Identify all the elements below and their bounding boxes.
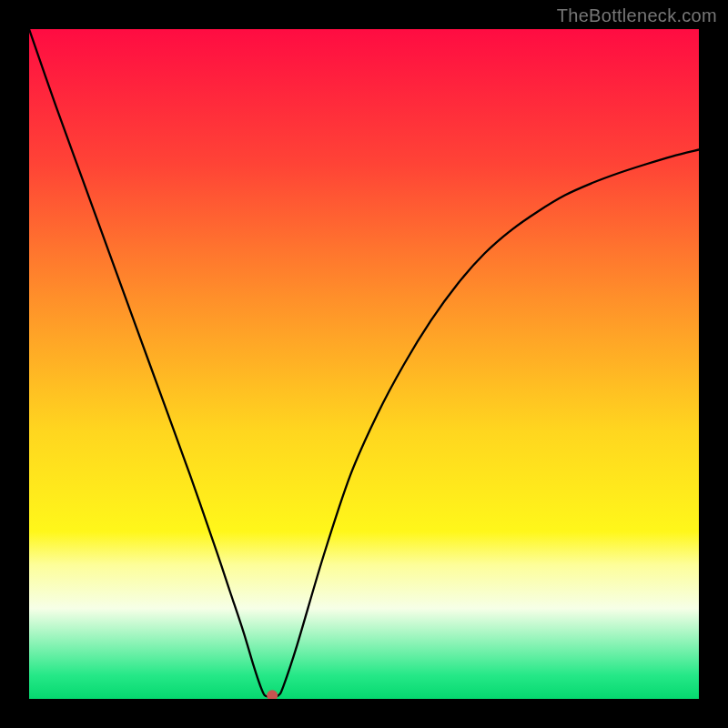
chart-svg	[29, 29, 699, 699]
chart-frame: TheBottleneck.com	[0, 0, 728, 728]
gradient-background	[29, 29, 699, 699]
chart-plot-area	[29, 29, 699, 699]
watermark-text: TheBottleneck.com	[557, 5, 717, 26]
